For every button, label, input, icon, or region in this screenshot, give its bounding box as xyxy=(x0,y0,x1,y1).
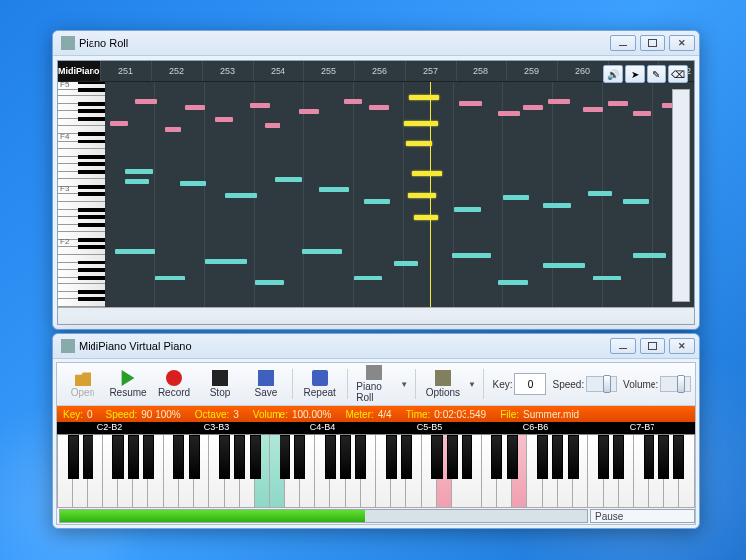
midi-note[interactable] xyxy=(165,127,181,132)
black-key[interactable] xyxy=(491,435,502,479)
midi-note[interactable] xyxy=(414,215,438,220)
repeat-button[interactable]: Repeat xyxy=(298,365,342,403)
black-key[interactable] xyxy=(340,435,351,479)
midi-note[interactable] xyxy=(354,276,382,280)
midi-note[interactable] xyxy=(588,191,612,196)
vertical-scrollbar[interactable] xyxy=(672,89,690,302)
close-button[interactable]: ✕ xyxy=(669,338,695,354)
black-key[interactable] xyxy=(173,435,184,479)
key-stepper[interactable] xyxy=(514,373,546,395)
midi-note[interactable] xyxy=(364,199,390,204)
piano-roll-titlebar[interactable]: Piano Roll ✕ xyxy=(53,31,699,56)
midi-note[interactable] xyxy=(185,105,205,110)
midi-note[interactable] xyxy=(523,105,543,110)
record-button[interactable]: Record xyxy=(152,365,196,403)
minimize-button[interactable] xyxy=(610,35,636,51)
midi-note[interactable] xyxy=(633,253,666,258)
midi-note[interactable] xyxy=(319,187,349,192)
midi-note[interactable] xyxy=(543,203,571,208)
black-key[interactable] xyxy=(250,435,261,479)
black-key[interactable] xyxy=(112,435,123,479)
pencil-tool-icon[interactable]: ✎ xyxy=(647,65,666,83)
open-button[interactable]: Open xyxy=(61,365,104,403)
volume-slider[interactable] xyxy=(660,376,691,392)
black-key[interactable] xyxy=(431,435,442,479)
midi-note[interactable] xyxy=(412,171,442,176)
midi-note[interactable] xyxy=(275,177,302,182)
black-key[interactable] xyxy=(386,435,397,479)
maximize-button[interactable] xyxy=(640,35,665,51)
resume-button[interactable]: Resume xyxy=(106,365,150,403)
midi-note[interactable] xyxy=(409,95,439,100)
black-key[interactable] xyxy=(325,435,336,479)
midi-note[interactable] xyxy=(608,101,628,106)
midi-note[interactable] xyxy=(302,249,342,254)
pointer-tool-icon[interactable]: ➤ xyxy=(625,65,645,83)
midi-note[interactable] xyxy=(394,261,418,266)
black-key[interactable] xyxy=(673,435,684,479)
black-key[interactable] xyxy=(447,435,458,479)
midi-note[interactable] xyxy=(125,169,153,174)
sound-tool-icon[interactable]: 🔊 xyxy=(603,65,623,83)
black-key[interactable] xyxy=(507,435,518,479)
black-key[interactable] xyxy=(234,435,245,479)
piano-roll-keys[interactable]: F5F4F3F2 xyxy=(58,82,105,307)
minimize-button[interactable] xyxy=(610,338,636,354)
black-key[interactable] xyxy=(280,435,290,479)
midi-note[interactable] xyxy=(459,101,482,106)
midi-note[interactable] xyxy=(623,199,649,204)
midi-note[interactable] xyxy=(255,280,284,285)
black-key[interactable] xyxy=(355,435,366,479)
black-key[interactable] xyxy=(294,435,305,479)
midi-note[interactable] xyxy=(543,263,585,268)
piano-keyboard[interactable] xyxy=(57,434,695,508)
midi-note[interactable] xyxy=(593,276,621,280)
black-key[interactable] xyxy=(219,435,230,479)
midi-note[interactable] xyxy=(115,249,155,254)
black-key[interactable] xyxy=(598,435,609,479)
options-button[interactable]: Options xyxy=(421,365,465,403)
midi-note[interactable] xyxy=(125,179,149,184)
black-key[interactable] xyxy=(401,435,412,479)
black-key[interactable] xyxy=(644,435,654,479)
midi-note[interactable] xyxy=(404,121,438,126)
black-key[interactable] xyxy=(462,435,472,479)
midi-note[interactable] xyxy=(408,193,436,198)
midi-note[interactable] xyxy=(369,105,389,110)
midi-note[interactable] xyxy=(498,280,528,285)
midi-note[interactable] xyxy=(633,111,651,116)
horizontal-scrollbar[interactable] xyxy=(58,307,694,324)
black-key[interactable] xyxy=(189,435,200,479)
midi-note[interactable] xyxy=(498,111,520,116)
black-key[interactable] xyxy=(658,435,669,479)
piano-roll-dropdown-icon[interactable]: ▼ xyxy=(398,380,410,389)
midi-note[interactable] xyxy=(299,109,319,114)
virtual-piano-titlebar[interactable]: MidiPiano Virtual Piano ✕ xyxy=(53,334,699,359)
midi-note[interactable] xyxy=(344,99,362,104)
midi-note[interactable] xyxy=(548,99,570,104)
progress-bar[interactable] xyxy=(59,509,588,523)
piano-roll-button[interactable]: Piano Roll xyxy=(352,365,396,403)
midi-note[interactable] xyxy=(503,195,529,200)
close-button[interactable]: ✕ xyxy=(669,35,695,51)
midi-note[interactable] xyxy=(583,107,603,112)
erase-tool-icon[interactable]: ⌫ xyxy=(668,65,688,83)
midi-note[interactable] xyxy=(110,121,128,126)
midi-note[interactable] xyxy=(215,117,233,122)
options-dropdown-icon[interactable]: ▼ xyxy=(466,380,478,389)
midi-note[interactable] xyxy=(180,181,206,186)
midi-note[interactable] xyxy=(452,253,491,258)
midi-note[interactable] xyxy=(406,141,432,146)
midi-note[interactable] xyxy=(205,259,247,264)
black-key[interactable] xyxy=(83,435,93,479)
black-key[interactable] xyxy=(128,435,139,479)
stop-button[interactable]: Stop xyxy=(198,365,242,403)
maximize-button[interactable] xyxy=(640,338,665,354)
piano-roll-grid[interactable] xyxy=(105,82,694,307)
midi-note[interactable] xyxy=(135,99,157,104)
black-key[interactable] xyxy=(143,435,154,479)
midi-note[interactable] xyxy=(265,123,280,128)
midi-note[interactable] xyxy=(454,207,481,212)
midi-note[interactable] xyxy=(225,193,257,198)
save-button[interactable]: Save xyxy=(244,365,287,403)
